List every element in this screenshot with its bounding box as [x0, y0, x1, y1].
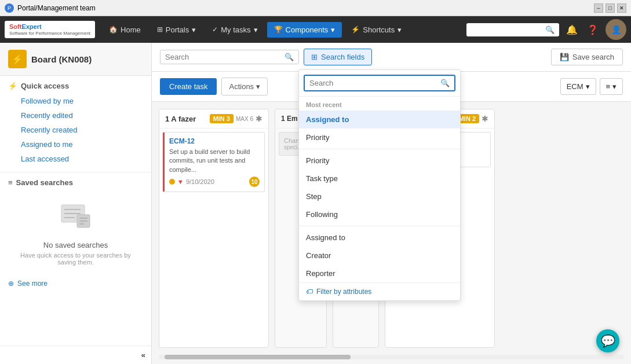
portals-nav-label: Portals: [166, 25, 189, 34]
app-body: ⚡ Board (KN008) ⚡ Quick access Followed …: [0, 43, 631, 364]
col-title-1: 1 A fazer: [165, 115, 196, 123]
app-icon: P: [5, 3, 14, 13]
actions-button[interactable]: Actions ▾: [221, 78, 268, 95]
task-desc-ecm12: Set up a build server to build commits, …: [169, 148, 260, 174]
sidebar: ⚡ Board (KN008) ⚡ Quick access Followed …: [0, 43, 152, 364]
title-bar-left: P Portal/Management team: [5, 3, 96, 13]
quick-access-section: ⚡ Quick access Followed by me Recently e…: [0, 76, 151, 168]
search-fields-label: Search fields: [321, 53, 364, 61]
search-icon: 🔍: [285, 53, 294, 61]
shortcuts-nav-button[interactable]: ⚡ Shortcuts ▾: [344, 22, 408, 38]
sidebar-item-followed[interactable]: Followed by me: [8, 94, 143, 108]
dropdown-item-assigned-to[interactable]: Assigned to: [299, 229, 460, 247]
avatar[interactable]: 👤: [606, 19, 626, 40]
col-expand-icon-4[interactable]: ✱: [482, 114, 488, 123]
sidebar-item-last-accessed[interactable]: Last accessed: [8, 152, 143, 166]
col-header-1: 1 A fazer MIN 3 MAX 6 ✱: [159, 109, 268, 128]
task-card-ecm12[interactable]: ECM-12 Set up a build server to build co…: [163, 132, 265, 192]
home-nav-button[interactable]: 🏠 Home: [102, 22, 148, 38]
toolbar: 🔍 ⊞ Search fields 💾 Save search: [152, 43, 631, 72]
create-task-button[interactable]: Create task: [160, 78, 217, 95]
help-icon[interactable]: ❓: [585, 22, 601, 38]
sidebar-item-assigned-to-me[interactable]: Assigned to me: [8, 137, 143, 152]
ecm-button[interactable]: ECM ▾: [560, 78, 596, 95]
save-search-button[interactable]: 💾 Save search: [551, 49, 623, 65]
mytasks-chevron-icon: ▾: [254, 25, 258, 34]
view-button[interactable]: ≡ ▾: [600, 78, 623, 95]
search-fields-button[interactable]: ⊞ Search fields: [304, 49, 372, 65]
saved-searches-icon: ≡: [8, 178, 13, 187]
dropdown-search-inner[interactable]: 🔍: [304, 75, 455, 91]
sidebar-title: Board (KN008): [31, 54, 92, 64]
components-nav-button[interactable]: 🏆 Components ▾: [267, 22, 342, 38]
title-bar-controls: – □ ✕: [594, 3, 626, 13]
view-chevron-icon: ▾: [612, 82, 617, 91]
dropdown-item-creator[interactable]: Creator: [299, 247, 460, 264]
sidebar-header: ⚡ Board (KN008): [0, 43, 151, 76]
sidebar-collapse-button[interactable]: «: [0, 345, 151, 364]
dropdown-item-following[interactable]: Following: [299, 205, 460, 223]
see-more-button[interactable]: ⊕ See more: [0, 275, 151, 292]
quick-access-title: ⚡ Quick access: [8, 82, 143, 90]
dropdown-item-assigned-to-recent[interactable]: Assigned to: [299, 111, 460, 128]
minimize-button[interactable]: –: [594, 3, 603, 13]
dropdown-item-task-type[interactable]: Task type: [299, 170, 460, 187]
mytasks-nav-label: My tasks: [221, 25, 250, 34]
logo-text: SoftExpert: [9, 23, 90, 30]
ecm-chevron-icon: ▾: [586, 82, 590, 91]
sidebar-item-recently-created[interactable]: Recently created: [8, 123, 143, 137]
saved-searches-title: ≡ Saved searches: [8, 178, 143, 187]
logo-sub: Software for Performance Management: [9, 31, 90, 36]
dropdown-items: Most recent Assigned to Priority Priorit…: [299, 97, 460, 282]
task-id-ecm12[interactable]: ECM-12: [169, 137, 260, 145]
task-meta-ecm12: ▼ 9/10/2020 10: [169, 177, 260, 187]
nav-right: 🔍 🔔 ❓ 👤: [466, 19, 626, 40]
dropdown-item-reporter[interactable]: Reporter: [299, 264, 460, 282]
dropdown-search-input[interactable]: [309, 79, 438, 87]
dropdown-footer[interactable]: 🏷 Filter by attributes: [299, 282, 460, 300]
board-scrollbar[interactable]: [159, 355, 624, 359]
title-bar: P Portal/Management team – □ ✕: [0, 0, 631, 16]
dropdown-item-priority[interactable]: Priority: [299, 152, 460, 170]
no-saved-searches: No saved searches Have quick access to y…: [0, 193, 151, 275]
col-items-1: ECM-12 Set up a build server to build co…: [159, 128, 268, 196]
nav-search-input[interactable]: [471, 25, 543, 34]
save-search-label: Save search: [572, 53, 614, 61]
collapse-icon: «: [141, 351, 145, 359]
col-badge-max-1: MAX 6: [236, 116, 253, 122]
search-fields-icon: ⊞: [311, 53, 318, 61]
home-icon: 🏠: [109, 25, 118, 34]
col-header-right-1: MIN 3 MAX 6 ✱: [210, 114, 262, 123]
search-input-wrap[interactable]: 🔍: [160, 50, 299, 64]
dropdown-item-priority-recent[interactable]: Priority: [299, 128, 460, 146]
quick-access-icon: ⚡: [8, 82, 17, 90]
filter-icon: 🏷: [306, 288, 313, 296]
task-date-ecm12: 9/10/2020: [186, 178, 214, 185]
mytasks-nav-button[interactable]: ✓ My tasks ▾: [205, 22, 264, 38]
shortcuts-nav-label: Shortcuts: [363, 25, 395, 34]
sidebar-item-recently-edited[interactable]: Recently edited: [8, 108, 143, 123]
notifications-icon[interactable]: 🔔: [564, 22, 580, 38]
most-recent-label: Most recent: [299, 97, 460, 111]
actions-label: Actions: [229, 82, 254, 91]
col-expand-icon-1[interactable]: ✱: [256, 114, 262, 123]
portals-nav-button[interactable]: ⊞ Portals ▾: [150, 22, 203, 38]
maximize-button[interactable]: □: [606, 3, 615, 13]
scrollbar-thumb[interactable]: [165, 355, 351, 359]
board-icon: ⚡: [8, 50, 27, 68]
actions-chevron-icon: ▾: [256, 82, 260, 91]
dropdown-search-icon: 🔍: [440, 79, 450, 87]
support-chat-button[interactable]: 💬: [596, 329, 619, 352]
search-input[interactable]: [165, 53, 282, 61]
no-saved-desc: Have quick access to your searches by sa…: [12, 252, 140, 266]
components-nav-label: Components: [286, 25, 329, 34]
task-badge-ecm12: 10: [249, 177, 260, 187]
portals-chevron-icon: ▾: [192, 25, 196, 34]
nav-search-box[interactable]: 🔍: [466, 23, 559, 36]
board-column-1: 1 A fazer MIN 3 MAX 6 ✱ ECM-12 Set up a …: [159, 109, 269, 348]
filter-label: Filter by attributes: [316, 288, 371, 296]
dropdown-item-step[interactable]: Step: [299, 187, 460, 205]
close-button[interactable]: ✕: [617, 3, 626, 13]
mytasks-icon: ✓: [212, 25, 218, 34]
dropdown-divider-2: [299, 226, 460, 226]
